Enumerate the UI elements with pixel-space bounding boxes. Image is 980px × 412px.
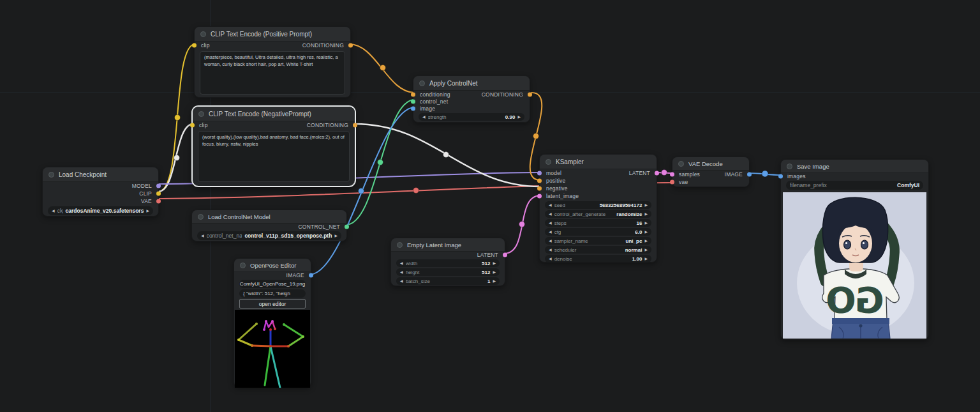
increment-arrow-icon[interactable]: ▶	[146, 209, 149, 213]
input-port-samples[interactable]	[670, 172, 674, 177]
collapse-dot-icon[interactable]	[200, 31, 206, 37]
widget-control-after-generate[interactable]: ◀ control_after_generate randomize ▶	[545, 210, 651, 218]
output-port-vae[interactable]	[156, 199, 161, 204]
increment-arrow-icon[interactable]: ▶	[644, 239, 648, 243]
input-port-clip[interactable]	[192, 43, 197, 48]
collapse-dot-icon[interactable]	[240, 263, 246, 268]
output-port-clip[interactable]	[156, 192, 161, 196]
collapse-dot-icon[interactable]	[787, 164, 792, 169]
output-port-conditioning[interactable]	[348, 43, 353, 48]
collapse-dot-icon[interactable]	[198, 111, 204, 117]
node-clip-text-encode-negative[interactable]: CLIP Text Encode (NegativePrompt) clip C…	[192, 106, 355, 187]
widget-cfg[interactable]: ◀ cfg 6.0 ▶	[545, 228, 651, 236]
prompt-textarea[interactable]: (worst quality),(low quality),bad anatom…	[198, 131, 350, 182]
node-ksampler[interactable]: KSampler model LATENT positive negative …	[539, 154, 657, 263]
decrement-arrow-icon[interactable]: ◀	[549, 221, 552, 225]
decrement-arrow-icon[interactable]: ◀	[549, 203, 552, 207]
node-openpose-editor[interactable]: OpenPose Editor IMAGE ComfyUI_OpenPose_1…	[234, 258, 311, 387]
node-title-bar[interactable]: OpenPose Editor	[234, 259, 311, 272]
widget-height[interactable]: ◀ height 512 ▶	[396, 268, 500, 276]
input-port-vae[interactable]	[670, 180, 674, 185]
widget-pose-json[interactable]: { "width": 512, "heigh	[239, 289, 306, 298]
increment-arrow-icon[interactable]: ▶	[493, 261, 496, 265]
increment-arrow-icon[interactable]: ▶	[644, 203, 648, 207]
widget-scheduler[interactable]: ◀ scheduler normal ▶	[545, 246, 651, 254]
increment-arrow-icon[interactable]: ▶	[644, 230, 648, 234]
decrement-arrow-icon[interactable]: ◀	[400, 261, 403, 265]
input-port-image[interactable]	[411, 106, 415, 111]
node-title-bar[interactable]: Empty Latent Image	[391, 238, 505, 252]
output-port-image[interactable]	[747, 172, 752, 177]
prompt-textarea[interactable]: (masterpiece, beautiful, Ultra detailed,…	[200, 51, 345, 95]
node-title-bar[interactable]: Load ControlNet Model	[192, 210, 346, 224]
node-clip-text-encode-positive[interactable]: CLIP Text Encode (Positive Prompt) clip …	[194, 26, 351, 98]
node-vae-decode[interactable]: VAE Decode samples IMAGE vae	[672, 156, 750, 187]
node-apply-controlnet[interactable]: Apply ControlNet conditioning CONDITIONI…	[413, 75, 530, 123]
input-port-latent-image[interactable]	[537, 194, 542, 199]
widget-filename-prefix[interactable]: filename_prefix ComfyUI	[786, 181, 923, 190]
widget-width[interactable]: ◀ width 512 ▶	[396, 259, 500, 267]
increment-arrow-icon[interactable]: ▶	[493, 279, 496, 283]
decrement-arrow-icon[interactable]: ◀	[201, 234, 204, 238]
widget-strength[interactable]: ◀ strength 0.90 ▶	[419, 113, 524, 121]
input-port-clip[interactable]	[190, 123, 195, 128]
node-title-bar[interactable]: Save Image	[781, 160, 928, 173]
widget-denoise[interactable]: ◀ denoise 1.00 ▶	[545, 255, 651, 263]
input-port-images[interactable]	[778, 174, 783, 179]
input-port-model[interactable]	[537, 171, 542, 176]
decrement-arrow-icon[interactable]: ◀	[549, 230, 552, 234]
input-port-conditioning[interactable]	[411, 92, 415, 96]
output-port-image[interactable]	[309, 273, 313, 278]
decrement-arrow-icon[interactable]: ◀	[52, 209, 55, 213]
open-editor-button[interactable]: open editor	[239, 299, 306, 309]
node-title-bar[interactable]: CLIP Text Encode (Positive Prompt)	[195, 27, 350, 42]
collapse-dot-icon[interactable]	[678, 161, 684, 167]
output-port-latent[interactable]	[503, 253, 507, 257]
node-title-bar[interactable]: KSampler	[540, 155, 657, 169]
output-port-model[interactable]	[156, 184, 161, 188]
node-title-bar[interactable]: Load Checkpoint	[43, 167, 158, 182]
node-load-checkpoint[interactable]: Load Checkpoint MODEL CLIP VAE ◀ ckpt_na…	[42, 167, 159, 217]
increment-arrow-icon[interactable]: ▶	[644, 221, 648, 225]
decrement-arrow-icon[interactable]: ◀	[549, 257, 552, 261]
collapse-dot-icon[interactable]	[48, 172, 54, 178]
collapse-dot-icon[interactable]	[397, 242, 403, 248]
decrement-arrow-icon[interactable]: ◀	[400, 270, 403, 274]
widget-seed[interactable]: ◀ seed 568325689594172 ▶	[545, 201, 651, 209]
node-load-controlnet-model[interactable]: Load ControlNet Model CONTROL_NET ◀ cont…	[191, 210, 347, 241]
input-port-control-net[interactable]	[411, 99, 415, 103]
node-title-bar[interactable]: Apply ControlNet	[413, 76, 530, 91]
widget-pose-filename[interactable]: ComfyUI_OpenPose_19.png	[239, 280, 306, 288]
collapse-dot-icon[interactable]	[546, 159, 551, 165]
collapse-dot-icon[interactable]	[419, 80, 425, 86]
decrement-arrow-icon[interactable]: ◀	[400, 279, 403, 283]
decrement-arrow-icon[interactable]: ◀	[549, 212, 552, 216]
output-port-conditioning[interactable]	[528, 92, 532, 96]
increment-arrow-icon[interactable]: ▶	[517, 115, 521, 119]
increment-arrow-icon[interactable]: ▶	[644, 257, 648, 261]
node-title-bar[interactable]: VAE Decode	[672, 157, 749, 171]
increment-arrow-icon[interactable]: ▶	[334, 234, 338, 238]
input-port-positive[interactable]	[537, 179, 542, 183]
node-save-image[interactable]: Save Image images filename_prefix ComfyU…	[780, 159, 929, 340]
widget-steps[interactable]: ◀ steps 16 ▶	[545, 219, 651, 227]
decrement-arrow-icon[interactable]: ◀	[422, 115, 426, 119]
input-port-negative[interactable]	[537, 187, 542, 191]
increment-arrow-icon[interactable]: ▶	[644, 212, 648, 216]
node-title-bar[interactable]: CLIP Text Encode (NegativePrompt)	[193, 107, 355, 121]
widget-sampler-name[interactable]: ◀ sampler_name uni_pc ▶	[545, 237, 651, 245]
increment-arrow-icon[interactable]: ▶	[493, 270, 496, 274]
output-port-latent[interactable]	[655, 171, 659, 176]
increment-arrow-icon[interactable]: ▶	[644, 248, 648, 252]
collapse-dot-icon[interactable]	[198, 214, 204, 220]
output-port-conditioning[interactable]	[353, 123, 357, 128]
widget-control-net-name[interactable]: ◀ control_net_name control_v11p_sd15_ope…	[197, 231, 341, 240]
output-port-control-net[interactable]	[345, 225, 349, 229]
node-empty-latent-image[interactable]: Empty Latent Image LATENT ◀ width 512 ▶ …	[390, 238, 505, 286]
widget-value: ComfyUI_OpenPose_19.png	[240, 281, 305, 287]
node-graph-canvas[interactable]: Load Checkpoint MODEL CLIP VAE ◀ ckpt_na…	[0, 0, 980, 412]
widget-ckpt-name[interactable]: ◀ ckpt_name cardosAnime_v20.safetensors …	[48, 206, 153, 215]
decrement-arrow-icon[interactable]: ◀	[549, 248, 552, 252]
decrement-arrow-icon[interactable]: ◀	[549, 239, 552, 243]
widget-batch-size[interactable]: ◀ batch_size 1 ▶	[396, 277, 500, 285]
